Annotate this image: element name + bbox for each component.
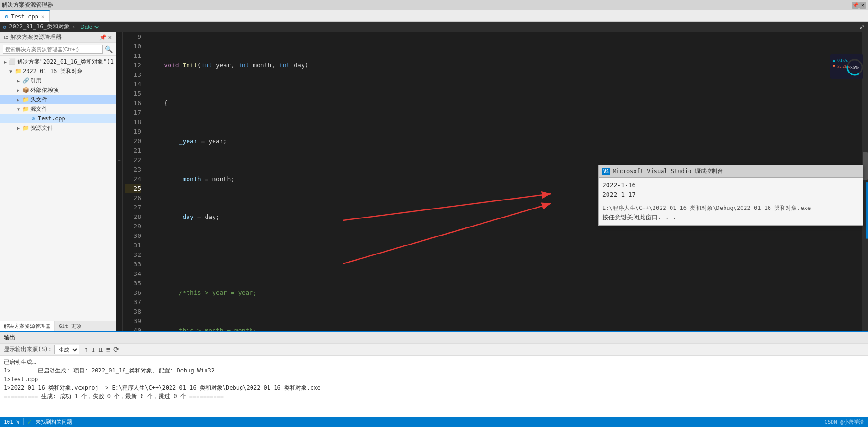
tree-item-sources[interactable]: ▼ 📁 源文件 <box>0 104 116 114</box>
ln-32: 32 <box>125 250 141 260</box>
output-toolbar-btn2[interactable]: ↓ <box>91 345 96 354</box>
svg-text:▲ 0.1k/s: ▲ 0.1k/s <box>832 58 848 63</box>
output-toolbar-btn4[interactable]: ≡ <box>106 345 111 354</box>
close-title-button[interactable]: ✕ <box>859 2 866 9</box>
fold-9[interactable]: − <box>116 32 122 42</box>
output-line-1: 1>------- 已启动生成: 项目: 2022_01_16_类和对象, 配置… <box>4 366 864 375</box>
tree-label-extdep: 外部依赖项 <box>30 86 59 94</box>
tree-item-headers[interactable]: ▶ 📁 头文件 <box>0 95 116 104</box>
output-source-select[interactable]: 生成 <box>54 345 79 354</box>
ln-9: 9 <box>125 32 141 42</box>
debug-prompt: 按任意键关闭此窗口. . . <box>602 213 859 222</box>
output-panel: 输出 显示输出来源(S): 生成 ↑ ↓ ⇊ ≡ ⟳ 已启动生成… 1>----… <box>0 331 868 417</box>
fold-40 <box>116 326 122 331</box>
editor-toolbar-right: ⤢ <box>859 23 865 31</box>
breadcrumb-symbol-select[interactable]: Date <box>79 23 100 31</box>
tab-testcpp[interactable]: ⚙ Test.cpp ✕ <box>0 10 50 22</box>
line-numbers: 9 10 11 12 13 14 15 16 17 18 19 20 21 22… <box>123 32 145 331</box>
output-panel-title: 输出 <box>4 334 15 342</box>
tree-icon-sources: 📁 <box>22 106 29 112</box>
ln-17: 17 <box>125 108 141 118</box>
status-bar: 101 % ✓ 未找到相关问题 CSDN @小唐学渣 <box>0 417 868 427</box>
ln-16: 16 <box>125 99 141 108</box>
debug-output-line-1: 2022-1-16 <box>602 181 859 190</box>
sidebar-close-button[interactable]: ✕ <box>108 34 112 41</box>
debug-console-panel: VS Microsoft Visual Studio 调试控制台 2022-1-… <box>598 165 863 226</box>
tree-label-resources: 资源文件 <box>30 124 53 132</box>
pin-button[interactable]: 📌 <box>852 2 859 9</box>
fold-36 <box>116 288 122 298</box>
debug-console-content: 2022-1-16 2022-1-17 E:\程序人生\C++\2022_01_… <box>599 178 863 225</box>
editor-scrollbar-thumb[interactable] <box>863 152 868 180</box>
expand-icon[interactable]: ⤢ <box>859 23 865 31</box>
search-icon[interactable]: 🔍 <box>105 45 113 53</box>
ln-14: 14 <box>125 80 141 89</box>
tree-item-testcpp[interactable]: ⚙ Test.cpp <box>0 114 116 123</box>
title-bar-text: 解决方案资源管理器 <box>2 1 852 9</box>
fold-19 <box>116 127 122 136</box>
tree-item-references[interactable]: ▶ 🔗 引用 <box>0 76 116 85</box>
tab-close-button[interactable]: ✕ <box>41 13 45 19</box>
title-bar-icons: 📌 ✕ <box>852 2 866 9</box>
solution-explorer-icon: 🗂 <box>4 35 9 40</box>
fold-33 <box>116 260 122 269</box>
sidebar-tab-label-explorer: 解决方案资源管理器 <box>4 323 51 330</box>
tab-label: Test.cpp <box>11 13 38 20</box>
ln-33: 33 <box>125 260 141 269</box>
tree-label-headers: 头文件 <box>30 96 47 104</box>
ln-11: 11 <box>125 51 141 61</box>
solution-explorer-sidebar: 🗂 解决方案资源管理器 📌 ✕ 🔍 ▶ ⬜ 解决方案"2022_01_16_类和… <box>0 32 116 331</box>
title-bar: 解决方案资源管理器 📌 ✕ <box>0 0 868 10</box>
vs-icon: VS <box>602 168 610 175</box>
tree-arrow-project: ▼ <box>8 69 14 74</box>
tree-item-extdep[interactable]: ▶ 📦 外部依赖项 <box>0 85 116 95</box>
tree-item-solution[interactable]: ▶ ⬜ 解决方案"2022_01_16_类和对象"(1 <box>0 57 116 66</box>
code-line-15: /*this->_year = year; <box>149 288 868 298</box>
code-line-9: void Init(int year, int month, int day) <box>149 61 868 70</box>
tree-arrow-ref: ▶ <box>15 78 22 83</box>
sidebar-tab-explorer[interactable]: 解决方案资源管理器 <box>0 321 55 332</box>
sidebar-tabs: 解决方案资源管理器 Git 更改 <box>0 321 116 331</box>
ln-13: 13 <box>125 70 141 80</box>
sidebar-pin-button[interactable]: 📌 <box>99 34 107 41</box>
sidebar-search-input[interactable] <box>3 45 103 54</box>
tree-arrow-sources: ▼ <box>15 107 22 112</box>
code-line-10: { <box>149 99 868 108</box>
editor-minimap-thumb[interactable] <box>866 182 868 239</box>
fold-30 <box>116 231 122 241</box>
output-content[interactable]: 已启动生成… 1>------- 已启动生成: 项目: 2022_01_16_类… <box>0 356 868 417</box>
output-toolbar-btn1[interactable]: ↑ <box>84 345 89 354</box>
tree-label-ref: 引用 <box>30 77 42 85</box>
tree-icon-ref: 🔗 <box>22 77 29 84</box>
network-chart: ▲ 0.1k/s ▼ 32.2k/s 36% <box>830 54 863 79</box>
fold-20 <box>116 136 122 146</box>
output-toolbar-btn5[interactable]: ⟳ <box>113 345 119 354</box>
output-panel-toolbar: 显示输出来源(S): 生成 ↑ ↓ ⇊ ≡ ⟳ <box>0 344 868 356</box>
output-toolbar-btn3[interactable]: ⇊ <box>98 345 103 354</box>
sidebar-tab-label-git: Git 更改 <box>59 323 82 330</box>
ln-29: 29 <box>125 222 141 231</box>
tab-bar: ⚙ Test.cpp ✕ <box>0 10 868 22</box>
ln-31: 31 <box>125 241 141 250</box>
output-line-4: ========== 生成: 成功 1 个，失败 0 个，最新 0 个，跳过 0… <box>4 392 864 400</box>
fold-31 <box>116 241 122 250</box>
fold-34[interactable]: − <box>116 269 122 279</box>
ln-15: 15 <box>125 89 141 99</box>
tree-item-project[interactable]: ▼ 📁 2022_01_16_类和对象 <box>0 66 116 76</box>
status-text: 未找到相关问题 <box>36 418 72 426</box>
fold-22[interactable]: − <box>116 155 122 165</box>
tree-item-resources[interactable]: ▶ 📁 资源文件 <box>0 123 116 133</box>
main-layout: 🗂 解决方案资源管理器 📌 ✕ 🔍 ▶ ⬜ 解决方案"2022_01_16_类和… <box>0 32 868 331</box>
sidebar-tab-git[interactable]: Git 更改 <box>55 321 86 332</box>
csdn-watermark: CSDN @小唐学渣 <box>824 418 864 426</box>
fold-10 <box>116 42 122 51</box>
tree-label-solution: 解决方案"2022_01_16_类和对象"(1 <box>17 58 114 66</box>
ln-36: 36 <box>125 288 141 298</box>
ln-21: 21 <box>125 146 141 155</box>
ln-19: 19 <box>125 127 141 136</box>
ln-27: 27 <box>125 203 141 212</box>
fold-28 <box>116 212 122 222</box>
ln-40: 40 <box>125 326 141 331</box>
status-zoom[interactable]: 101 % <box>4 419 19 425</box>
fold-14 <box>116 80 122 89</box>
